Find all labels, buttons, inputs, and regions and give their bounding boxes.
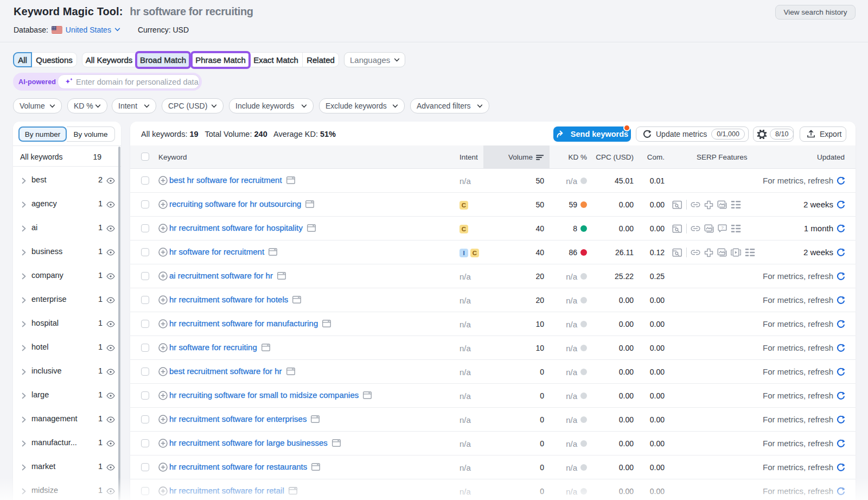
svg-text:?: ? — [721, 225, 724, 230]
